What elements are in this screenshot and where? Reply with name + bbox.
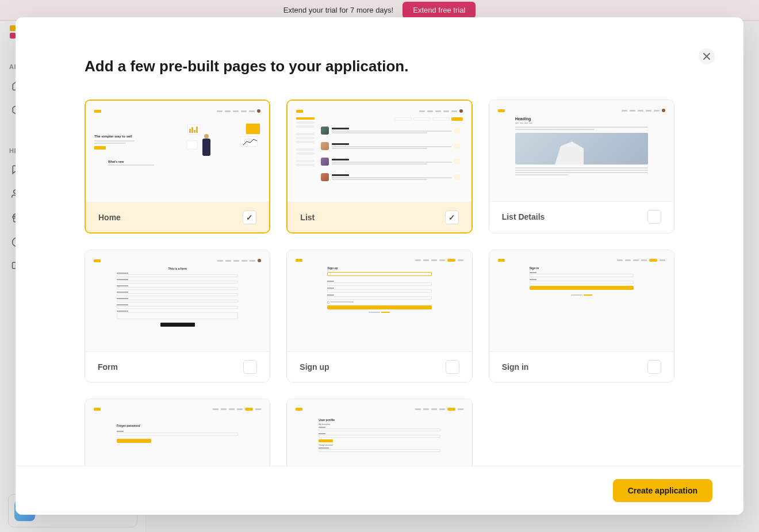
close-icon (703, 53, 710, 60)
page-card-label: List (300, 213, 315, 222)
page-card-checkbox[interactable] (647, 360, 661, 374)
page-card-form[interactable]: This is a form Form (85, 250, 270, 382)
page-card-signup[interactable]: Sign up Sign up (286, 250, 472, 382)
page-card-forgot-password[interactable]: Forgot password Forgot Password (85, 399, 270, 466)
page-preview-forgot-password: Forgot password (85, 399, 270, 466)
page-preview-list-details: Heading (489, 100, 674, 202)
modal-close-button[interactable] (699, 48, 715, 64)
page-card-home[interactable]: The simpler way to sell (85, 99, 270, 234)
page-card-checkbox[interactable] (445, 210, 459, 224)
modal-title: Add a few pre-built pages to your applic… (85, 58, 674, 75)
add-pages-modal: Add a few pre-built pages to your applic… (16, 17, 743, 515)
page-card-checkbox[interactable] (647, 210, 661, 224)
page-card-checkbox[interactable] (243, 360, 257, 374)
page-card-checkbox[interactable] (446, 360, 459, 374)
page-card-list[interactable]: List (286, 99, 472, 234)
create-application-button[interactable]: Create application (613, 479, 712, 502)
page-card-label: Home (98, 213, 121, 222)
page-preview-user-profile: User profile My information Change passw… (287, 399, 471, 466)
page-preview-signin: Sign in (489, 250, 674, 352)
page-card-user-profile[interactable]: User profile My information Change passw… (286, 399, 472, 466)
modal-footer: Create application (16, 466, 743, 515)
page-card-label: List Details (502, 212, 545, 221)
page-preview-form: This is a form (85, 250, 270, 352)
page-card-checkbox[interactable] (243, 210, 256, 224)
page-card-label: Sign up (300, 362, 329, 372)
page-preview-list (288, 101, 471, 202)
page-card-label: Form (98, 362, 118, 372)
page-card-label: Sign in (502, 362, 529, 372)
page-card-signin[interactable]: Sign in Sign in (489, 250, 674, 382)
page-preview-home: The simpler way to sell (86, 101, 269, 202)
page-preview-signup: Sign up (287, 250, 471, 352)
page-card-list-details[interactable]: Heading List Details (489, 99, 674, 234)
